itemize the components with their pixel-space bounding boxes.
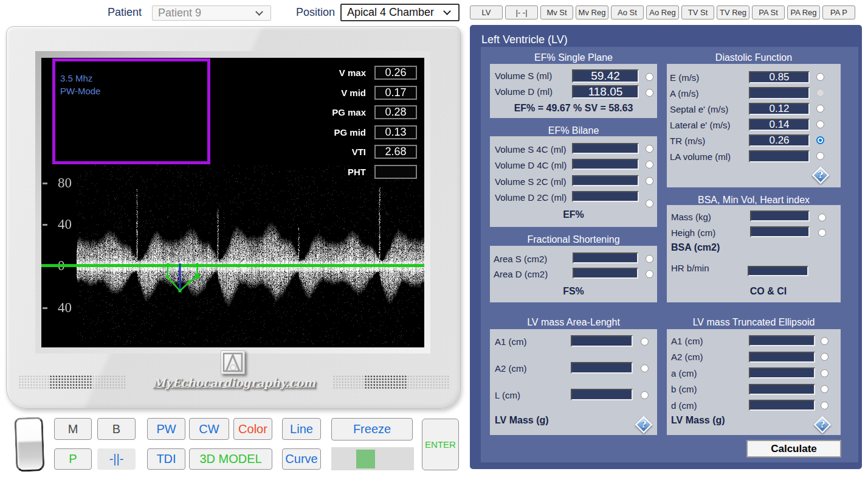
el-a-input[interactable]: [749, 367, 815, 378]
ef-bilane-result: EF%: [490, 209, 657, 220]
nav-button-lv[interactable]: LV: [470, 5, 503, 19]
enter-button[interactable]: ENTER: [422, 419, 459, 470]
nav-button-pa-st[interactable]: PA St: [752, 5, 785, 19]
nav-button-mv-st[interactable]: Mv St: [540, 5, 573, 19]
pgmax-value[interactable]: 0.28: [374, 105, 417, 119]
l-radio[interactable]: [641, 391, 649, 399]
volume-d-radio[interactable]: [646, 89, 653, 97]
el-a-radio[interactable]: [821, 369, 828, 377]
calculate-button[interactable]: Calculate: [746, 440, 841, 458]
lateral-e-input[interactable]: 0.14: [749, 119, 810, 131]
volume-d-input[interactable]: 118.05: [572, 85, 639, 99]
chevron-down-icon: [443, 7, 451, 15]
el-d-radio[interactable]: [821, 402, 828, 409]
lv-mass-label: LV Mass (g): [495, 415, 549, 426]
septal-e-input[interactable]: 0.12: [749, 103, 810, 115]
volume-d4c-radio[interactable]: [646, 161, 653, 169]
p-button[interactable]: P: [54, 448, 92, 470]
mode-label: PW-Mode: [60, 86, 100, 96]
field-label: Area S (cm2): [494, 254, 547, 264]
gain-slider[interactable]: [331, 447, 414, 470]
bsa-label: BSA (cm2): [671, 242, 720, 253]
height-input[interactable]: [750, 226, 810, 237]
vmax-label: V max: [300, 68, 374, 78]
pht-value[interactable]: [374, 165, 417, 179]
tr-radio[interactable]: [816, 136, 824, 144]
tdi-button[interactable]: TDI: [147, 448, 185, 470]
volume-s2c-input[interactable]: [572, 175, 639, 186]
e-input[interactable]: 0.85: [749, 71, 810, 83]
el-a2-input[interactable]: [749, 352, 815, 363]
section-title-mass-area: LV mass Area-Lenght: [490, 317, 657, 328]
ultrasound-screen[interactable]: 3.5 Mhz PW-Mode V max 0.26 V mid 0.17 PG…: [41, 58, 424, 347]
a1-input[interactable]: [571, 335, 633, 347]
chevron-down-icon: [255, 8, 263, 16]
vmid-value[interactable]: 0.17: [374, 86, 417, 100]
volume-s-radio[interactable]: [646, 73, 653, 81]
tr-input[interactable]: 0.26: [749, 134, 810, 147]
a2-radio[interactable]: [641, 364, 649, 372]
vti-value[interactable]: 2.68: [374, 145, 417, 159]
la-volume-radio[interactable]: [816, 152, 824, 160]
volume-d2c-radio[interactable]: [646, 200, 653, 207]
area-d-input[interactable]: [573, 268, 638, 279]
lateral-e-radio[interactable]: [816, 120, 824, 128]
el-a1-input[interactable]: [749, 335, 815, 346]
patient-select[interactable]: Patient 9: [152, 5, 271, 21]
field-label: Lateral e' (m/s): [670, 120, 731, 130]
line-button[interactable]: Line: [282, 418, 321, 440]
la-volume-input[interactable]: [749, 150, 810, 162]
height-radio[interactable]: [818, 229, 826, 237]
vmax-value[interactable]: 0.26: [374, 66, 417, 80]
el-a2-radio[interactable]: [821, 353, 828, 361]
freeze-button[interactable]: Freeze: [331, 418, 413, 440]
nav-button-ao-reg[interactable]: Ao Reg: [646, 5, 679, 19]
curve-button[interactable]: Curve: [282, 448, 321, 470]
nav-button-tv-reg[interactable]: TV Reg: [717, 5, 749, 19]
volume-d2c-input[interactable]: [572, 191, 639, 202]
volume-s-input[interactable]: 59.42: [572, 69, 639, 83]
a1-radio[interactable]: [641, 338, 649, 346]
el-b-input[interactable]: [749, 384, 815, 395]
hr-input[interactable]: [748, 266, 808, 276]
m-mode-button[interactable]: M: [54, 418, 92, 440]
nav-button-mv-reg[interactable]: Mv Reg: [576, 5, 608, 19]
el-b-radio[interactable]: [821, 385, 828, 393]
b-mode-button[interactable]: B: [97, 418, 136, 440]
volume-s4c-radio[interactable]: [646, 145, 653, 153]
caliper-button[interactable]: -||-: [97, 448, 136, 470]
nav-button-caliper[interactable]: |- -|: [505, 5, 538, 19]
volume-s4c-input[interactable]: [572, 143, 639, 154]
help-icon[interactable]: ?: [815, 417, 830, 433]
color-button[interactable]: Color: [233, 418, 272, 440]
position-select[interactable]: Apical 4 Chamber: [340, 4, 460, 21]
pgmid-value[interactable]: 0.13: [374, 125, 417, 139]
mass-input[interactable]: [750, 211, 810, 221]
cw-button[interactable]: CW: [189, 418, 229, 440]
volume-s2c-radio[interactable]: [646, 177, 653, 185]
a-radio[interactable]: [816, 89, 824, 97]
volume-d4c-input[interactable]: [572, 159, 639, 170]
model-3d-button[interactable]: 3D MODEL: [189, 448, 272, 470]
nav-button-tv-st[interactable]: TV St: [681, 5, 714, 19]
help-icon[interactable]: ?: [813, 167, 828, 183]
nav-button-pa-p[interactable]: PA P: [822, 5, 855, 19]
nav-button-ao-st[interactable]: Ao St: [611, 5, 644, 19]
a2-input[interactable]: [571, 362, 633, 374]
mass-radio[interactable]: [818, 214, 826, 221]
gain-slider-handle[interactable]: [356, 450, 375, 468]
help-icon[interactable]: ?: [636, 417, 652, 433]
septal-e-radio[interactable]: [816, 105, 824, 113]
area-s-radio[interactable]: [646, 255, 653, 263]
speaker-grille: [50, 375, 92, 389]
el-d-input[interactable]: [749, 400, 815, 411]
l-input[interactable]: [571, 389, 633, 400]
el-a1-radio[interactable]: [821, 337, 828, 345]
e-radio[interactable]: [816, 73, 824, 81]
a-input[interactable]: [749, 87, 810, 99]
probe-icon[interactable]: [14, 417, 44, 472]
nav-button-pa-reg[interactable]: PA Reg: [787, 5, 820, 19]
area-s-input[interactable]: [573, 252, 638, 263]
area-d-radio[interactable]: [646, 270, 653, 278]
pw-button[interactable]: PW: [147, 418, 185, 440]
